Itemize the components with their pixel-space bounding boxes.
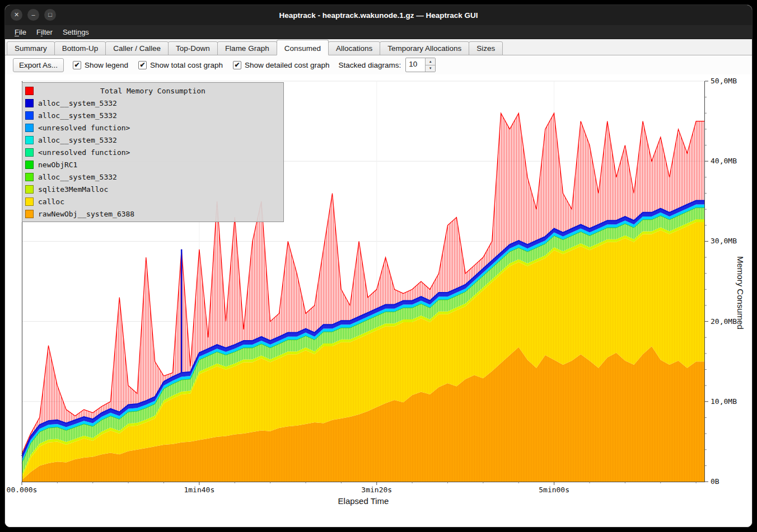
titlebar: ✕–□ Heaptrack - heaptrack.wakunode.1.gz … — [5, 5, 752, 25]
checkbox-show-legend[interactable]: ✔Show legend — [73, 61, 128, 69]
legend-swatch — [25, 173, 34, 181]
toolbar: Export As... ✔Show legend✔Show total cos… — [5, 55, 752, 74]
tab-caller-callee[interactable]: Caller / Callee — [105, 41, 169, 55]
legend-swatch — [25, 161, 34, 169]
close-button[interactable]: ✕ — [11, 9, 22, 21]
checkbox-icon: ✔ — [73, 61, 81, 69]
tab-summary[interactable]: Summary — [7, 41, 55, 55]
legend-swatch — [25, 136, 34, 144]
stacked-diagrams-label: Stacked diagrams: — [339, 61, 401, 69]
legend-entry: alloc__system_5332 — [25, 109, 281, 121]
checkbox-label: Show total cost graph — [150, 61, 223, 69]
x-tick-label: 3min20s — [352, 486, 402, 494]
stacked-diagrams-spinner[interactable]: 10 ▲ ▼ — [405, 58, 436, 72]
legend-entry: alloc__system_5332 — [25, 134, 281, 146]
y-tick-label: 10,0MB — [711, 397, 737, 406]
legend-entry-label: calloc — [38, 197, 64, 206]
menubar: FileFilterSettings — [5, 25, 752, 39]
checkbox-icon: ✔ — [233, 61, 241, 69]
app-window: ✕–□ Heaptrack - heaptrack.wakunode.1.gz … — [4, 4, 753, 528]
tab-top-down[interactable]: Top-Down — [168, 41, 218, 55]
legend-entry: rawNewObj__system_6388 — [25, 208, 281, 220]
tab-temporary-allocations[interactable]: Temporary Allocations — [380, 41, 469, 55]
legend-swatch — [25, 197, 34, 206]
checkbox-label: Show detailed cost graph — [245, 61, 330, 69]
legend-entry-label: <unresolved function> — [38, 148, 130, 157]
chart-area: Total Memory Consumptionalloc__system_53… — [5, 74, 752, 528]
tab-flame-graph[interactable]: Flame Graph — [217, 41, 277, 55]
y-tick-label: 20,0MB — [711, 317, 737, 326]
legend-title-row: Total Memory Consumption — [25, 84, 281, 97]
menu-filter[interactable]: Filter — [31, 26, 58, 38]
checkbox-label: Show legend — [85, 61, 128, 69]
legend-swatch — [25, 124, 34, 132]
spin-up-icon[interactable]: ▲ — [426, 58, 435, 65]
legend-entry: <unresolved function> — [25, 146, 281, 158]
spin-down-icon[interactable]: ▼ — [426, 65, 435, 72]
legend-title: Total Memory Consumption — [38, 87, 281, 95]
legend-entry: sqlite3MemMalloc — [25, 183, 281, 195]
minimize-button[interactable]: – — [27, 9, 39, 21]
checkbox-show-total-cost-graph[interactable]: ✔Show total cost graph — [138, 61, 223, 69]
y-tick-label: 30,0MB — [711, 237, 737, 245]
legend-swatch — [25, 210, 34, 218]
y-tick-label: 40,0MB — [711, 157, 737, 165]
legend-swatch — [25, 185, 34, 194]
legend-swatch — [25, 148, 34, 157]
legend-entry: alloc__system_5332 — [25, 171, 281, 183]
tab-sizes[interactable]: Sizes — [469, 41, 503, 55]
legend-entry: <unresolved function> — [25, 121, 281, 134]
spinner-buttons: ▲ ▼ — [425, 58, 435, 72]
legend-swatch — [25, 99, 34, 107]
checkbox-show-detailed-cost-graph[interactable]: ✔Show detailed cost graph — [233, 61, 330, 69]
legend-entry-label: <unresolved function> — [38, 124, 130, 132]
checkbox-icon: ✔ — [138, 61, 147, 69]
export-as-button[interactable]: Export As... — [13, 58, 64, 72]
x-tick-label: 00.000s — [4, 486, 47, 494]
legend-entry: calloc — [25, 195, 281, 208]
y-tick-label: 0B — [711, 477, 719, 486]
chart-legend: Total Memory Consumptionalloc__system_53… — [22, 82, 284, 222]
legend-entry: alloc__system_5332 — [25, 97, 281, 109]
checkbox-row: ✔Show legend✔Show total cost graph✔Show … — [73, 61, 330, 69]
tab-allocations[interactable]: Allocations — [328, 41, 380, 55]
tabbar: SummaryBottom-UpCaller / CalleeTop-DownF… — [5, 39, 752, 55]
legend-entry-label: alloc__system_5332 — [38, 173, 117, 181]
legend-swatch — [25, 111, 34, 120]
menu-file[interactable]: File — [10, 26, 31, 38]
titlebar-buttons: ✕–□ — [11, 9, 56, 21]
legend-entry-label: sqlite3MemMalloc — [38, 185, 108, 194]
y-tick-label: 50,0MB — [711, 77, 737, 85]
window-title: Heaptrack - heaptrack.wakunode.1.gz — He… — [279, 11, 478, 20]
menu-settings[interactable]: Settings — [58, 26, 94, 38]
legend-entry-label: rawNewObj__system_6388 — [38, 210, 134, 218]
legend-entry-label: alloc__system_5332 — [38, 136, 117, 144]
tab-bottom-up[interactable]: Bottom-Up — [54, 41, 106, 55]
y-axis-title: Memory Consumed — [736, 175, 745, 410]
legend-swatch-total — [25, 87, 34, 95]
legend-entry-label: alloc__system_5332 — [38, 111, 117, 120]
stacked-diagrams-value: 10 — [406, 58, 425, 72]
x-axis-title: Elapsed Time — [22, 496, 705, 506]
maximize-button[interactable]: □ — [44, 9, 56, 21]
legend-entry-label: alloc__system_5332 — [38, 99, 117, 107]
legend-entry-label: newObjRC1 — [38, 161, 77, 169]
x-tick-label: 1min40s — [174, 486, 225, 494]
x-tick-label: 5min00s — [529, 486, 580, 494]
legend-entry: newObjRC1 — [25, 158, 281, 171]
tab-consumed[interactable]: Consumed — [277, 40, 329, 55]
